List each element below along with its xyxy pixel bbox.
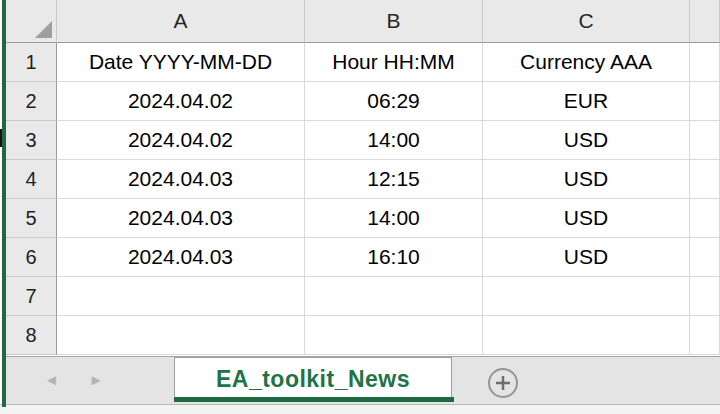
cell-A4[interactable]: 2024.04.03 <box>57 160 305 199</box>
cell-A1[interactable]: Date YYYY-MM-DD <box>57 43 305 82</box>
cell-B7[interactable] <box>305 277 483 316</box>
excel-window: ABC1Date YYYY-MM-DDHour HH:MMCurrency AA… <box>0 0 720 414</box>
cell-B6[interactable]: 16:10 <box>305 238 483 277</box>
select-all-corner[interactable] <box>6 0 57 43</box>
cell-A3[interactable]: 2024.04.02 <box>57 121 305 160</box>
cell-B1[interactable]: Hour HH:MM <box>305 43 483 82</box>
cell-A8[interactable] <box>57 316 305 355</box>
row-header-8[interactable]: 8 <box>6 316 57 355</box>
worksheet-grid: ABC1Date YYYY-MM-DDHour HH:MMCurrency AA… <box>6 0 720 356</box>
row-header-4[interactable]: 4 <box>6 160 57 199</box>
cell-partial-row-6[interactable] <box>690 238 720 277</box>
cell-C7[interactable] <box>483 277 690 316</box>
cell-partial-row-1[interactable] <box>690 43 720 82</box>
sheet-tab-label: EA_toolkit_News <box>216 366 410 393</box>
sheet-tab-active[interactable]: EA_toolkit_News <box>174 357 452 401</box>
cell-partial-row-5[interactable] <box>690 199 720 238</box>
cell-partial-row-8[interactable] <box>690 316 720 355</box>
cell-B4[interactable]: 12:15 <box>305 160 483 199</box>
window-edge-strip <box>2 0 6 407</box>
cell-C6[interactable]: USD <box>483 238 690 277</box>
select-all-triangle-icon <box>35 21 52 38</box>
cell-B2[interactable]: 06:29 <box>305 82 483 121</box>
cell-partial-row-3[interactable] <box>690 121 720 160</box>
cell-C8[interactable] <box>483 316 690 355</box>
add-sheet-button[interactable] <box>487 367 519 399</box>
row-header-2[interactable]: 2 <box>6 82 57 121</box>
row-header-6[interactable]: 6 <box>6 238 57 277</box>
row-header-7[interactable]: 7 <box>6 277 57 316</box>
next-sheet-arrow-icon[interactable]: ► <box>89 372 104 387</box>
cell-C4[interactable]: USD <box>483 160 690 199</box>
sheet-tab-bar: ◄ ► EA_toolkit_News <box>6 356 720 404</box>
row-header-3[interactable]: 3 <box>6 121 57 160</box>
background-text-fragment <box>0 129 2 147</box>
column-header-c[interactable]: C <box>483 0 690 43</box>
cell-partial-row-2[interactable] <box>690 82 720 121</box>
cell-A5[interactable]: 2024.04.03 <box>57 199 305 238</box>
active-tab-underline <box>174 397 454 402</box>
status-bar-edge <box>0 404 720 414</box>
row-header-5[interactable]: 5 <box>6 199 57 238</box>
cell-A2[interactable]: 2024.04.02 <box>57 82 305 121</box>
column-header-b[interactable]: B <box>305 0 483 43</box>
cell-partial-row-7[interactable] <box>690 277 720 316</box>
cell-B8[interactable] <box>305 316 483 355</box>
prev-sheet-arrow-icon[interactable]: ◄ <box>44 372 59 387</box>
column-header-partial[interactable] <box>690 0 720 43</box>
cell-C5[interactable]: USD <box>483 199 690 238</box>
cell-C3[interactable]: USD <box>483 121 690 160</box>
cell-B3[interactable]: 14:00 <box>305 121 483 160</box>
row-header-1[interactable]: 1 <box>6 43 57 82</box>
cell-partial-row-4[interactable] <box>690 160 720 199</box>
cell-C2[interactable]: EUR <box>483 82 690 121</box>
sheet-nav-arrows: ◄ ► <box>44 357 104 401</box>
cell-A6[interactable]: 2024.04.03 <box>57 238 305 277</box>
cell-B5[interactable]: 14:00 <box>305 199 483 238</box>
cell-A7[interactable] <box>57 277 305 316</box>
column-header-a[interactable]: A <box>57 0 305 43</box>
plus-circle-icon <box>487 367 519 399</box>
cell-C1[interactable]: Currency AAA <box>483 43 690 82</box>
